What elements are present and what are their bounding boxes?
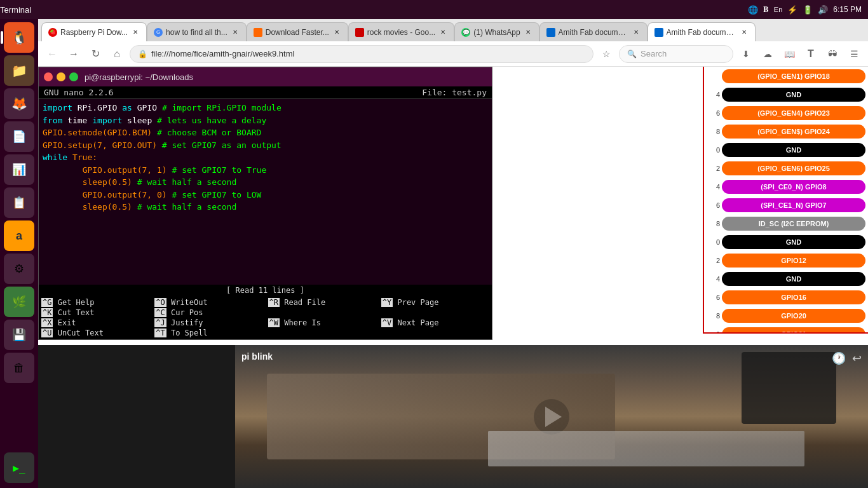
- tab-close-3[interactable]: ✕: [332, 28, 341, 37]
- nano-cmd-prevpage[interactable]: ^Y Prev Page: [379, 297, 492, 308]
- dock-trash[interactable]: 🗑: [4, 353, 34, 383]
- video-title: pi blink: [241, 351, 273, 362]
- reload-button[interactable]: ↻: [86, 45, 104, 63]
- nano-cmd-gethelp[interactable]: ^G Get Help: [39, 297, 152, 308]
- dock-terminal[interactable]: ▶_: [4, 452, 34, 483]
- code-line-6: GPIO.output(7, 1) # set GPIO7 to True: [43, 164, 488, 177]
- nano-cmd-curpos[interactable]: ^C Cur Pos: [152, 308, 265, 318]
- tab-label-7: Amith Fab docume...: [667, 28, 736, 37]
- nano-cmd-justify[interactable]: ^J Justify: [152, 318, 265, 328]
- video-history-icon[interactable]: 🕐: [832, 351, 846, 365]
- text-button[interactable]: T: [802, 45, 820, 63]
- dock-amazon[interactable]: a: [4, 220, 34, 251]
- tab-download-faster[interactable]: Download Faster... ✕: [247, 22, 348, 41]
- gpio-badge-4: (GPIO_GEN$) GPIO24: [722, 125, 865, 139]
- search-icon: 🔍: [627, 50, 637, 58]
- video-scene: [235, 345, 868, 488]
- dock-impress[interactable]: 📋: [4, 187, 34, 218]
- tray-bluetooth[interactable]: 𝐁: [763, 4, 769, 15]
- download-button[interactable]: ⬇: [737, 45, 755, 63]
- nano-version: GNU nano 2.2.6: [44, 88, 114, 97]
- tab-close-4[interactable]: ✕: [438, 28, 447, 37]
- gpio-row-2: 4 GND: [704, 85, 868, 104]
- nano-cmd-whereis[interactable]: ^W Where Is: [266, 318, 379, 328]
- dock-photos[interactable]: 🌿: [4, 287, 34, 317]
- nano-cmd-exit[interactable]: ^X Exit: [39, 318, 152, 328]
- back-button[interactable]: ←: [43, 45, 61, 63]
- taskbar-title: Terminal: [0, 5, 31, 15]
- gpio-badge-12: GND: [722, 272, 865, 286]
- dock-storage[interactable]: 💾: [4, 320, 34, 350]
- gpio-badge-8: (SPI_CE1_N) GPIO7: [722, 198, 865, 212]
- terminal-maximize-btn[interactable]: [69, 72, 78, 81]
- bookmarks-button[interactable]: ☆: [597, 45, 615, 63]
- tab-raspberry-pi[interactable]: 🍓 Raspberry Pi Dow... ✕: [41, 22, 147, 41]
- reader-button[interactable]: 📖: [780, 45, 798, 63]
- tab-close-2[interactable]: ✕: [231, 28, 240, 37]
- tab-close-7[interactable]: ✕: [740, 28, 749, 37]
- nano-cmd-tospell[interactable]: ^T To Spell: [152, 328, 265, 338]
- tab-favicon-5: 💬: [461, 28, 470, 37]
- gpio-panel: (GPIO_GEN1) GPIO18 4 GND 6 (GPIO_GEN4) G…: [703, 67, 868, 334]
- dock-writer[interactable]: 📄: [4, 121, 34, 152]
- nano-cmd-writeout[interactable]: ^O WriteOut: [152, 297, 265, 308]
- code-line-1: import RPi.GPIO as GPIO # import RPi.GPI…: [43, 102, 488, 114]
- tab-amith-1[interactable]: Amith Fab docume... ✕: [539, 22, 648, 41]
- dock-files[interactable]: 📁: [4, 55, 34, 86]
- nano-status-text: [ Read 11 lines ]: [226, 286, 304, 295]
- terminal-minimize-btn[interactable]: [57, 72, 65, 81]
- tray-bluetooth2[interactable]: ⚡: [787, 5, 797, 15]
- tab-bar: 🍓 Raspberry Pi Dow... ✕ G how to find al…: [38, 19, 868, 41]
- tab-label-1: Raspberry Pi Dow...: [60, 28, 128, 37]
- sync-button[interactable]: ☁: [759, 45, 776, 63]
- private-button[interactable]: 🕶: [824, 45, 841, 63]
- gpio-row-12: 4 GND: [704, 269, 868, 288]
- tab-whatsapp[interactable]: 💬 (1) WhatsApp ✕: [454, 22, 539, 41]
- tab-label-5: (1) WhatsApp: [473, 28, 520, 37]
- tab-how-to[interactable]: G how to find all th... ✕: [147, 22, 247, 41]
- tab-favicon-1: 🍓: [48, 28, 57, 37]
- tab-close-6[interactable]: ✕: [632, 28, 641, 37]
- dock-firefox[interactable]: 🦊: [4, 88, 34, 119]
- gpio-row-10: 0 GND: [704, 233, 868, 251]
- code-line-7: sleep(0.5) # wait half a second: [43, 176, 488, 189]
- menu-button[interactable]: ☰: [845, 45, 863, 63]
- tray-battery[interactable]: 🔋: [803, 5, 813, 15]
- gpio-row-4: 8 (GPIO_GEN$) GPIO24: [704, 122, 868, 140]
- nano-cmd-cuttext[interactable]: ^K Cut Text: [39, 308, 152, 318]
- tab-favicon-3: [254, 28, 262, 37]
- gpio-badge-11: GPIO12: [722, 254, 865, 268]
- taskbar-right: 🌐 𝐁 En ⚡ 🔋 🔊 6:15 PM: [748, 4, 868, 15]
- gpio-badge-14: GPIO20: [722, 309, 865, 323]
- video-background: 🕐 ↩: [235, 345, 868, 488]
- dock-ubuntu[interactable]: 🐧: [4, 22, 34, 53]
- tab-rock-movies[interactable]: rock movies - Goo... ✕: [348, 22, 454, 41]
- nano-cmd-readfile[interactable]: ^R Read File: [266, 297, 379, 308]
- terminal-close-btn[interactable]: [44, 72, 53, 81]
- nav-bar: ← → ↻ ⌂ 🔒 file:///home/fice/amith-gnair/…: [38, 41, 868, 67]
- tab-label-4: rock movies - Goo...: [367, 28, 435, 37]
- dock-spreadsheet[interactable]: 📊: [4, 154, 34, 185]
- code-line-9: sleep(0.5) # wait half a second: [43, 201, 488, 214]
- tray-keyboard[interactable]: En: [774, 6, 782, 13]
- nano-cmd-nextpage[interactable]: ^V Next Page: [379, 318, 492, 328]
- tray-network[interactable]: 🌐: [748, 5, 758, 15]
- gpio-row-15: 0 GPIO21: [704, 325, 868, 334]
- video-share-icon[interactable]: ↩: [852, 351, 862, 365]
- terminal-body: GNU nano 2.2.6 File: test.py import RPi.…: [39, 86, 492, 339]
- browser: 🍓 Raspberry Pi Dow... ✕ G how to find al…: [38, 19, 868, 488]
- tab-close-5[interactable]: ✕: [524, 28, 532, 37]
- home-button[interactable]: ⌂: [108, 45, 126, 63]
- nano-content[interactable]: import RPi.GPIO as GPIO # import RPi.GPI…: [39, 99, 492, 285]
- tray-volume[interactable]: 🔊: [818, 5, 828, 15]
- gpio-badge-1: (GPIO_GEN1) GPIO18: [722, 69, 865, 83]
- nano-status: [ Read 11 lines ]: [39, 285, 492, 296]
- nano-cmd-uncuttext[interactable]: ^U UnCut Text: [39, 328, 152, 338]
- forward-button[interactable]: →: [65, 45, 83, 63]
- terminal-titlebar: pi@raspberrypi: ~/Downloads: [39, 67, 492, 86]
- tab-amith-2[interactable]: Amith Fab docume... ✕: [648, 22, 756, 41]
- tab-close-1[interactable]: ✕: [131, 28, 140, 37]
- search-box[interactable]: 🔍 Search: [619, 45, 733, 63]
- address-bar[interactable]: 🔒 file:///home/fice/amith-gnair/week9.ht…: [130, 45, 593, 63]
- dock-settings[interactable]: ⚙: [4, 254, 34, 284]
